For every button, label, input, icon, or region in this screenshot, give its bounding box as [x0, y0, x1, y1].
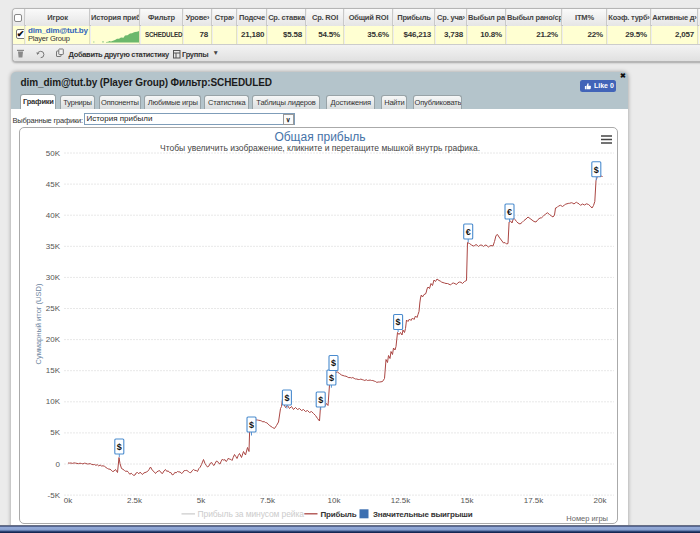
svg-text:15K: 15K — [45, 366, 60, 375]
svg-text:€: € — [506, 206, 511, 216]
svg-text:5K: 5K — [50, 428, 60, 437]
svg-text:5k: 5k — [196, 495, 205, 504]
svg-text:$: $ — [248, 419, 253, 429]
svg-text:$: $ — [395, 317, 400, 327]
svg-text:Значительные выигрыши: Значительные выигрыши — [373, 509, 473, 518]
svg-text:10k: 10k — [327, 495, 341, 504]
svg-text:$: $ — [593, 164, 598, 174]
svg-text:20K: 20K — [45, 335, 60, 344]
svg-text:0k: 0k — [63, 495, 72, 504]
svg-text:10K: 10K — [45, 397, 60, 406]
svg-text:Суммарный итог (USD): Суммарный итог (USD) — [33, 283, 42, 364]
svg-text:2.5k: 2.5k — [126, 495, 142, 504]
svg-text:$: $ — [330, 358, 335, 368]
svg-text:45K: 45K — [45, 179, 60, 188]
svg-text:7.5k: 7.5k — [259, 495, 275, 504]
svg-text:Прибыль за минусом рейка: Прибыль за минусом рейка — [197, 508, 304, 518]
svg-text:12.5k: 12.5k — [390, 495, 411, 504]
svg-text:Номер игры: Номер игры — [566, 513, 608, 522]
svg-text:Чтобы увеличить изображение, к: Чтобы увеличить изображение, кликните и … — [159, 143, 479, 153]
svg-text:40K: 40K — [45, 210, 60, 219]
svg-text:30K: 30K — [45, 272, 60, 281]
svg-text:50K: 50K — [45, 148, 60, 157]
svg-text:Прибыль: Прибыль — [320, 509, 356, 518]
svg-text:$: $ — [284, 392, 289, 402]
svg-text:17.5k: 17.5k — [523, 495, 544, 504]
svg-text:0: 0 — [55, 459, 60, 468]
svg-text:Общая прибыль: Общая прибыль — [274, 129, 365, 143]
svg-text:25K: 25K — [45, 304, 60, 313]
svg-text:$: $ — [318, 394, 323, 404]
svg-text:-5K: -5K — [47, 490, 60, 499]
svg-text:$: $ — [116, 441, 121, 451]
svg-text:€: € — [465, 226, 470, 236]
svg-text:$: $ — [328, 372, 333, 382]
svg-text:15k: 15k — [460, 495, 474, 504]
svg-text:35K: 35K — [45, 241, 60, 250]
svg-text:20k: 20k — [593, 495, 607, 504]
